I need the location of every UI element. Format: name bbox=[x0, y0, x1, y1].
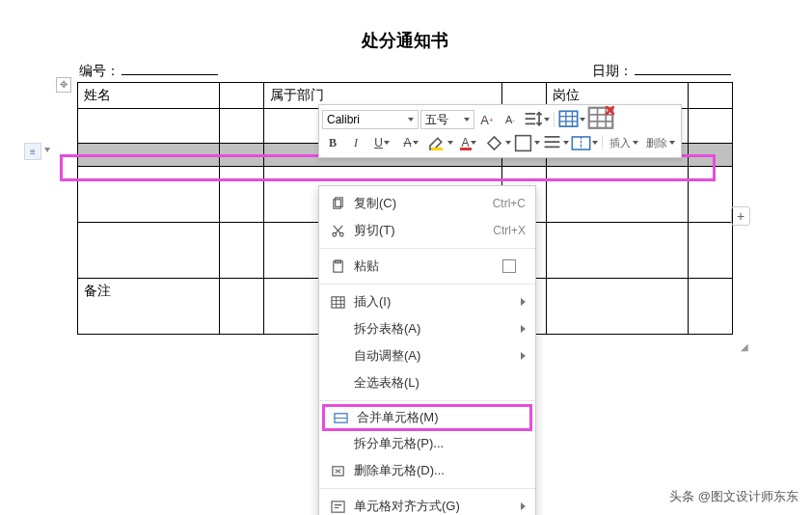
table-delete-icon bbox=[587, 106, 614, 133]
table-insert-icon-button[interactable] bbox=[558, 109, 585, 130]
separator bbox=[602, 135, 603, 150]
chevron-down-icon bbox=[534, 141, 540, 145]
context-menu: 复制(C) Ctrl+C 剪切(T) Ctrl+X 粘贴 插入(I) 拆分表格(… bbox=[318, 185, 536, 515]
chevron-down-icon bbox=[563, 141, 569, 145]
chevron-right-icon bbox=[521, 325, 526, 333]
menu-merge-cells[interactable]: 合并单元格(M) bbox=[322, 404, 532, 431]
header-fields: 编号： 日期： bbox=[77, 62, 733, 80]
menu-copy[interactable]: 复制(C) Ctrl+C bbox=[319, 190, 535, 217]
menu-auto-fit[interactable]: 自动调整(A) bbox=[319, 342, 535, 369]
side-gutter-dropdown-icon[interactable] bbox=[44, 148, 50, 152]
copy-icon bbox=[329, 195, 346, 212]
merge-cells-icon bbox=[332, 409, 349, 426]
table-move-handle[interactable]: ✥ bbox=[56, 77, 71, 93]
chevron-down-icon bbox=[464, 118, 470, 122]
svg-rect-13 bbox=[331, 501, 343, 511]
separator bbox=[319, 400, 535, 401]
field-date[interactable]: 日期： bbox=[592, 62, 731, 80]
delete-cells-icon bbox=[329, 462, 346, 479]
align-icon bbox=[542, 133, 562, 153]
doc-title: 处分通知书 bbox=[77, 29, 733, 52]
bold-button[interactable]: B bbox=[322, 132, 343, 153]
watermark-text: 头条 @图文设计师东东 bbox=[669, 488, 798, 505]
chevron-down-icon bbox=[544, 118, 550, 122]
field-number[interactable]: 编号： bbox=[79, 62, 218, 80]
menu-split-table[interactable]: 拆分表格(A) bbox=[319, 315, 535, 342]
merge-icon bbox=[571, 133, 591, 153]
menu-insert[interactable]: 插入(I) bbox=[319, 288, 535, 315]
font-color-button[interactable]: A bbox=[455, 132, 482, 153]
chevron-down-icon bbox=[580, 118, 585, 122]
highlight-color-button[interactable] bbox=[426, 132, 453, 153]
underline-button[interactable]: U bbox=[368, 132, 395, 153]
chevron-down-icon bbox=[413, 141, 419, 145]
chevron-right-icon bbox=[521, 298, 526, 306]
chevron-down-icon bbox=[408, 118, 414, 122]
field-number-underline[interactable] bbox=[122, 62, 218, 75]
increase-font-icon[interactable]: A+ bbox=[476, 109, 498, 130]
field-number-label: 编号： bbox=[79, 63, 120, 80]
menu-split-cells[interactable]: 拆分单元格(P)... bbox=[319, 430, 535, 457]
svg-rect-0 bbox=[559, 111, 577, 126]
font-family-value: Calibri bbox=[327, 113, 360, 126]
delete-dropdown-button[interactable]: 删除 bbox=[643, 136, 678, 150]
cell-align-icon bbox=[329, 498, 346, 515]
line-spacing-button[interactable] bbox=[523, 109, 550, 130]
strikethrough-button[interactable]: A bbox=[397, 132, 424, 153]
clipboard-small-icon bbox=[501, 258, 518, 275]
add-row-button[interactable]: + bbox=[731, 206, 750, 226]
chevron-down-icon bbox=[669, 141, 675, 145]
chevron-down-icon bbox=[384, 141, 390, 145]
scissors-icon bbox=[329, 222, 346, 239]
bucket-icon bbox=[484, 133, 504, 153]
separator bbox=[319, 248, 535, 249]
field-date-underline[interactable] bbox=[635, 62, 731, 75]
chevron-down-icon bbox=[505, 141, 511, 145]
cell[interactable] bbox=[219, 83, 263, 109]
resize-handle-icon[interactable]: ◢ bbox=[741, 341, 750, 351]
cell[interactable] bbox=[688, 83, 732, 109]
svg-rect-10 bbox=[331, 296, 343, 307]
menu-paste[interactable]: 粘贴 bbox=[319, 253, 535, 280]
borders-icon bbox=[513, 133, 533, 153]
decrease-font-icon[interactable]: A- bbox=[500, 109, 521, 130]
chevron-down-icon bbox=[633, 141, 638, 145]
field-date-label: 日期： bbox=[592, 63, 633, 80]
menu-cell-align[interactable]: 单元格对齐方式(G) bbox=[319, 493, 535, 515]
cell-name-label[interactable]: 姓名 bbox=[78, 83, 220, 109]
font-size-value: 五号 bbox=[425, 112, 448, 128]
separator bbox=[319, 488, 535, 489]
svg-rect-2 bbox=[516, 135, 531, 150]
table-icon bbox=[329, 293, 346, 311]
shading-color-button[interactable] bbox=[484, 132, 511, 153]
menu-select-table[interactable]: 全选表格(L) bbox=[319, 369, 535, 396]
borders-button[interactable] bbox=[513, 132, 540, 153]
align-button[interactable] bbox=[542, 132, 569, 153]
paste-icon bbox=[329, 258, 346, 275]
font-family-select[interactable]: Calibri bbox=[322, 110, 419, 129]
table-delete-icon-button[interactable] bbox=[587, 109, 614, 130]
line-spacing-icon bbox=[523, 110, 543, 130]
merge-cells-toolbar-button[interactable] bbox=[571, 132, 598, 153]
font-size-select[interactable]: 五号 bbox=[420, 110, 474, 129]
menu-cut[interactable]: 剪切(T) Ctrl+X bbox=[319, 217, 535, 244]
insert-dropdown-button[interactable]: 插入 bbox=[607, 136, 641, 150]
chevron-right-icon bbox=[521, 352, 526, 360]
italic-button[interactable]: I bbox=[345, 132, 366, 153]
mini-format-toolbar: Calibri 五号 A+ A- B I U A A bbox=[318, 104, 682, 158]
separator bbox=[319, 284, 535, 285]
chevron-down-icon bbox=[447, 141, 453, 145]
chevron-right-icon bbox=[521, 502, 526, 510]
separator bbox=[554, 112, 555, 127]
table-icon bbox=[558, 110, 579, 130]
cell-remark-label[interactable]: 备注 bbox=[78, 279, 220, 335]
side-gutter-button[interactable]: ≡ bbox=[24, 143, 41, 160]
chevron-down-icon bbox=[471, 141, 476, 145]
chevron-down-icon bbox=[592, 141, 598, 145]
menu-delete-cells[interactable]: 删除单元格(D)... bbox=[319, 457, 535, 484]
